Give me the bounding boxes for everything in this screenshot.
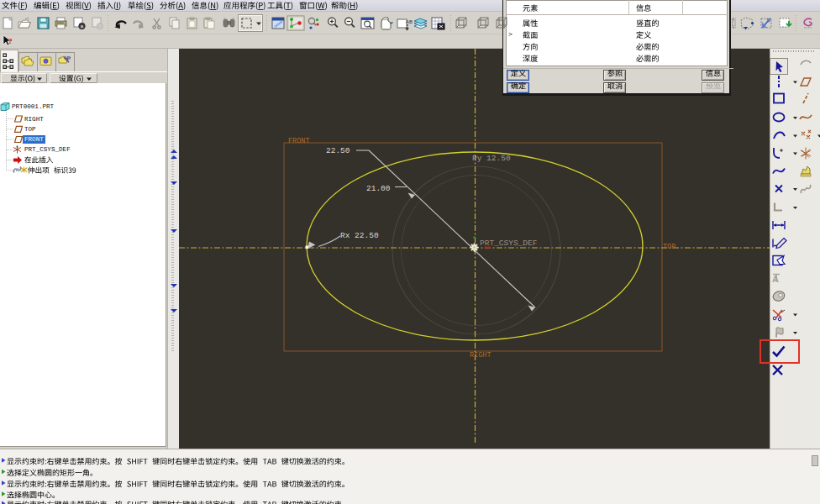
svg-text:AB: AB <box>406 19 413 24</box>
svg-text:Rx 22.50: Rx 22.50 <box>340 231 379 240</box>
svg-text:FRONT: FRONT <box>288 137 310 145</box>
svg-text:21.00: 21.00 <box>366 184 391 193</box>
svg-text:TOP: TOP <box>663 243 675 251</box>
svg-text:PRT_CSYS_DEF: PRT_CSYS_DEF <box>480 239 538 248</box>
svg-text:?: ? <box>8 37 13 45</box>
svg-text:RIGHT: RIGHT <box>470 351 491 360</box>
svg-text:Ry 12.50: Ry 12.50 <box>472 154 511 163</box>
svg-text:a: a <box>81 24 84 29</box>
svg-text:22.50: 22.50 <box>326 146 350 155</box>
